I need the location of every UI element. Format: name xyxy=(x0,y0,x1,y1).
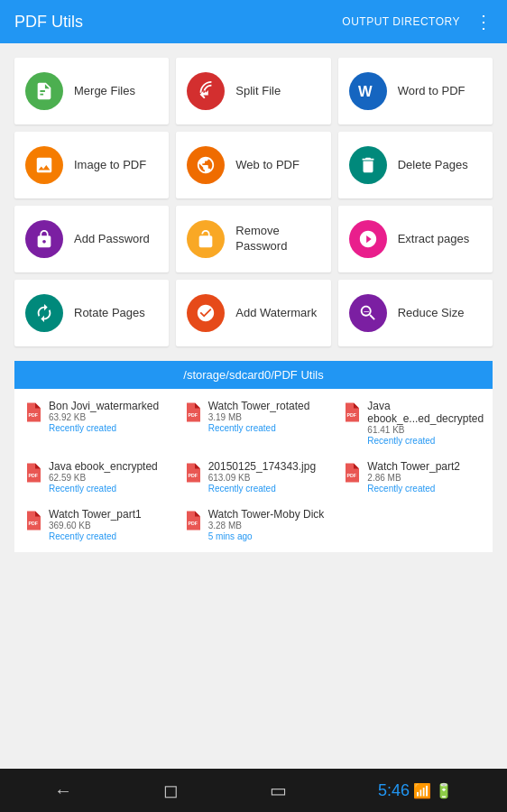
file-date: Recently created xyxy=(49,423,159,433)
reduce-size-icon xyxy=(349,294,387,332)
pdf-file-icon: PDF xyxy=(181,510,203,537)
file-item[interactable]: PDF Watch Tower_rotated3.19 MBRecently c… xyxy=(174,392,334,453)
svg-text:PDF: PDF xyxy=(29,473,39,478)
file-date: 5 mins ago xyxy=(208,531,325,541)
file-list: PDF Bon Jovi_watermarked63.92 KBRecently… xyxy=(14,389,493,552)
web-to-pdf-label: Web to PDF xyxy=(235,158,300,173)
pdf-file-icon: PDF xyxy=(340,401,362,429)
delete-pages-label: Delete Pages xyxy=(398,158,468,173)
file-meta: 3.19 MBRecently created xyxy=(208,412,310,433)
tool-card-extract-pages[interactable]: Extract pages xyxy=(338,206,493,272)
svg-text:W: W xyxy=(358,83,373,99)
tool-card-delete-pages[interactable]: Delete Pages xyxy=(338,132,493,198)
add-watermark-icon xyxy=(187,294,225,332)
image-to-pdf-icon xyxy=(25,146,63,184)
split-file-icon xyxy=(187,72,225,110)
split-file-label: Split File xyxy=(235,84,281,99)
clock: 5:46 xyxy=(378,781,410,800)
tool-card-split-file[interactable]: Split File xyxy=(176,58,330,125)
pdf-file-icon: PDF xyxy=(22,510,43,537)
file-meta: 63.92 KBRecently created xyxy=(49,412,159,433)
pdf-file-icon: PDF xyxy=(181,401,203,429)
file-name: Watch Tower_part1 xyxy=(49,508,142,521)
file-item[interactable]: PDF Java ebook_encrypted62.59 KBRecently… xyxy=(14,453,174,501)
file-meta: 613.09 KBRecently created xyxy=(208,473,316,494)
tool-card-reduce-size[interactable]: Reduce Size xyxy=(338,280,493,346)
file-browser-header: /storage/sdcard0/PDF Utils xyxy=(14,361,493,389)
app-title: PDF Utils xyxy=(14,13,83,32)
svg-text:PDF: PDF xyxy=(29,521,39,526)
file-date: Recently created xyxy=(208,423,310,433)
svg-text:PDF: PDF xyxy=(188,521,198,526)
file-size: 369.60 KB xyxy=(49,521,142,531)
file-size: 613.09 KB xyxy=(208,473,316,483)
tool-card-word-to-pdf[interactable]: WWord to PDF xyxy=(338,58,493,125)
file-name: Watch Tower_part2 xyxy=(367,460,460,473)
svg-text:PDF: PDF xyxy=(188,412,198,418)
top-bar-right: OUTPUT DIRECTORY ⋮ xyxy=(342,11,493,32)
file-size: 3.28 MB xyxy=(208,521,325,531)
file-meta: 3.28 MB5 mins ago xyxy=(208,521,325,541)
word-to-pdf-icon: W xyxy=(349,72,387,110)
tool-card-add-watermark[interactable]: Add Watermark xyxy=(176,280,330,346)
file-name: 20150125_174343.jpg xyxy=(208,460,316,473)
output-directory-button[interactable]: OUTPUT DIRECTORY xyxy=(342,15,460,28)
add-password-icon xyxy=(25,220,63,258)
file-item[interactable]: PDF Bon Jovi_watermarked63.92 KBRecently… xyxy=(14,392,174,453)
merge-files-icon xyxy=(25,72,63,110)
battery-icon: 🔋 xyxy=(435,782,453,799)
tool-card-merge-files[interactable]: Merge Files xyxy=(14,58,169,125)
file-item[interactable]: PDF 20150125_174343.jpg613.09 KBRecently… xyxy=(174,453,334,501)
tool-card-add-password[interactable]: Add Password xyxy=(14,206,169,272)
file-meta: 369.60 KBRecently created xyxy=(49,521,142,541)
add-watermark-label: Add Watermark xyxy=(235,306,317,321)
recents-button[interactable]: ▭ xyxy=(270,780,287,801)
file-meta: 61.41 KBRecently created xyxy=(367,425,485,446)
file-date: Recently created xyxy=(208,484,316,494)
file-size: 62.59 KB xyxy=(49,473,158,483)
extract-pages-icon xyxy=(349,220,387,258)
file-item[interactable]: PDF Watch Tower_part22.86 MBRecently cre… xyxy=(333,453,493,501)
more-options-icon[interactable]: ⋮ xyxy=(475,11,493,32)
file-info: Watch Tower-Moby Dick3.28 MB5 mins ago xyxy=(208,508,325,541)
file-info: Java ebook_e...ed_decrypted61.41 KBRecen… xyxy=(367,400,485,446)
file-info: Watch Tower_part22.86 MBRecently created xyxy=(367,460,460,494)
file-item[interactable]: PDF Java ebook_e...ed_decrypted61.41 KBR… xyxy=(333,392,493,453)
tool-card-image-to-pdf[interactable]: Image to PDF xyxy=(14,132,169,198)
reduce-size-label: Reduce Size xyxy=(398,306,465,321)
file-size: 61.41 KB xyxy=(367,425,485,435)
pdf-file-icon: PDF xyxy=(22,462,43,489)
home-button[interactable]: ◻ xyxy=(163,780,179,801)
rotate-pages-icon xyxy=(25,294,63,332)
back-button[interactable]: ← xyxy=(54,780,72,801)
status-icons: 5:46 📶 🔋 xyxy=(378,781,453,800)
svg-text:PDF: PDF xyxy=(347,412,357,418)
main-content: Merge FilesSplit FileWWord to PDFImage t… xyxy=(0,43,507,567)
delete-pages-icon xyxy=(349,146,387,184)
pdf-file-icon: PDF xyxy=(181,462,203,489)
file-info: 20150125_174343.jpg613.09 KBRecently cre… xyxy=(208,460,316,494)
wifi-icon: 📶 xyxy=(413,782,431,799)
tools-grid: Merge FilesSplit FileWWord to PDFImage t… xyxy=(14,58,493,346)
word-to-pdf-label: Word to PDF xyxy=(398,84,466,99)
file-info: Watch Tower_part1369.60 KBRecently creat… xyxy=(49,508,142,541)
image-to-pdf-label: Image to PDF xyxy=(74,158,146,173)
file-item[interactable]: PDF Watch Tower-Moby Dick3.28 MB5 mins a… xyxy=(174,501,334,549)
file-meta: 62.59 KBRecently created xyxy=(49,473,158,494)
top-bar: PDF Utils OUTPUT DIRECTORY ⋮ xyxy=(0,0,507,43)
svg-text:PDF: PDF xyxy=(188,473,198,478)
file-browser: /storage/sdcard0/PDF Utils PDF Bon Jovi_… xyxy=(14,361,493,552)
file-item[interactable]: PDF Watch Tower_part1369.60 KBRecently c… xyxy=(14,501,174,549)
tool-card-web-to-pdf[interactable]: Web to PDF xyxy=(176,132,330,198)
svg-text:PDF: PDF xyxy=(347,473,357,478)
file-name: Java ebook_encrypted xyxy=(49,460,158,473)
pdf-file-icon: PDF xyxy=(340,462,362,489)
file-name: Java ebook_e...ed_decrypted xyxy=(367,400,485,425)
svg-text:PDF: PDF xyxy=(29,412,39,418)
pdf-file-icon: PDF xyxy=(22,401,43,429)
file-info: Bon Jovi_watermarked63.92 KBRecently cre… xyxy=(49,400,159,433)
tool-card-rotate-pages[interactable]: Rotate Pages xyxy=(14,280,169,346)
rotate-pages-label: Rotate Pages xyxy=(74,306,145,321)
file-date: Recently created xyxy=(367,436,485,446)
tool-card-remove-password[interactable]: Remove Password xyxy=(176,206,330,272)
